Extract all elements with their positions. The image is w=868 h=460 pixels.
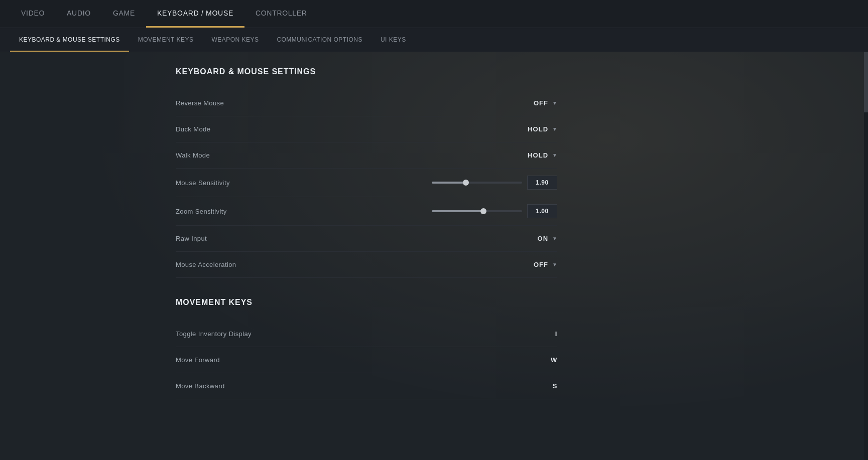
- duck-mode-value: HOLD: [528, 125, 548, 133]
- move-backward-row: Move Backward S: [176, 373, 557, 399]
- walk-mode-row: Walk Mode HOLD ▼: [176, 142, 557, 169]
- mouse-acceleration-chevron-icon: ▼: [552, 262, 557, 267]
- mouse-sensitivity-input[interactable]: [527, 176, 557, 190]
- toggle-inventory-row: Toggle Inventory Display I: [176, 321, 557, 347]
- walk-mode-value: HOLD: [528, 151, 548, 159]
- zoom-sensitivity-control: [432, 204, 557, 218]
- walk-mode-chevron-icon: ▼: [552, 152, 557, 158]
- duck-mode-row: Duck Mode HOLD ▼: [176, 116, 557, 142]
- zoom-sensitivity-label: Zoom Sensitivity: [176, 208, 227, 215]
- toggle-inventory-key-value: I: [542, 330, 557, 338]
- mouse-acceleration-value: OFF: [534, 261, 548, 268]
- reverse-mouse-dropdown[interactable]: OFF ▼: [534, 99, 557, 107]
- raw-input-chevron-icon: ▼: [552, 236, 557, 241]
- mouse-sensitivity-row: Mouse Sensitivity: [176, 169, 557, 197]
- move-forward-row: Move Forward W: [176, 347, 557, 373]
- move-forward-label: Move Forward: [176, 356, 220, 364]
- subnav-movement-keys[interactable]: Movement Keys: [129, 28, 203, 52]
- top-navigation: Video Audio Game Keyboard / Mouse Contro…: [0, 0, 868, 28]
- subnav-weapon-keys[interactable]: Weapon Keys: [202, 28, 268, 52]
- mouse-sensitivity-control: [432, 176, 557, 190]
- mouse-acceleration-label: Mouse Acceleration: [176, 261, 236, 268]
- reverse-mouse-label: Reverse Mouse: [176, 99, 224, 107]
- duck-mode-dropdown[interactable]: HOLD ▼: [528, 125, 557, 133]
- mouse-acceleration-row: Mouse Acceleration OFF ▼: [176, 252, 557, 278]
- reverse-mouse-row: Reverse Mouse OFF ▼: [176, 90, 557, 116]
- zoom-sensitivity-row: Zoom Sensitivity: [176, 197, 557, 226]
- sub-navigation: Keyboard & Mouse Settings Movement Keys …: [0, 28, 868, 52]
- move-backward-key-value: S: [542, 382, 557, 390]
- tab-game[interactable]: Game: [102, 0, 146, 28]
- zoom-sensitivity-slider-fill: [432, 210, 483, 212]
- subnav-communication-options[interactable]: Communication Options: [268, 28, 371, 52]
- mouse-acceleration-dropdown[interactable]: OFF ▼: [534, 261, 557, 268]
- duck-mode-label: Duck Mode: [176, 125, 210, 133]
- raw-input-value: ON: [538, 235, 549, 242]
- content-panel: Keyboard & Mouse Settings Reverse Mouse …: [176, 67, 557, 399]
- movement-keys-header: Movement Keys: [176, 298, 557, 311]
- movement-keys-group: Movement Keys Toggle Inventory Display I…: [176, 298, 557, 399]
- tab-controller[interactable]: Controller: [244, 0, 318, 28]
- scrollbar-thumb[interactable]: [864, 52, 868, 112]
- move-forward-key-value: W: [542, 356, 557, 364]
- move-backward-control[interactable]: S: [542, 382, 557, 390]
- keyboard-mouse-settings-header: Keyboard & Mouse Settings: [176, 67, 557, 80]
- main-content: Keyboard & Mouse Settings Reverse Mouse …: [0, 52, 868, 460]
- move-forward-control[interactable]: W: [542, 356, 557, 364]
- tab-video[interactable]: Video: [10, 0, 56, 28]
- move-backward-label: Move Backward: [176, 382, 225, 390]
- mouse-sensitivity-slider-thumb[interactable]: [463, 180, 469, 186]
- mouse-sensitivity-slider-fill: [432, 182, 466, 184]
- raw-input-label: Raw Input: [176, 235, 207, 242]
- mouse-sensitivity-label: Mouse Sensitivity: [176, 179, 230, 187]
- zoom-sensitivity-slider-track[interactable]: [432, 210, 522, 212]
- raw-input-dropdown[interactable]: ON ▼: [538, 235, 558, 242]
- toggle-inventory-control[interactable]: I: [542, 330, 557, 338]
- duck-mode-chevron-icon: ▼: [552, 126, 557, 132]
- zoom-sensitivity-slider-thumb[interactable]: [480, 208, 486, 214]
- zoom-sensitivity-input[interactable]: [527, 204, 557, 218]
- subnav-keyboard-mouse-settings[interactable]: Keyboard & Mouse Settings: [10, 28, 129, 52]
- toggle-inventory-label: Toggle Inventory Display: [176, 330, 252, 338]
- walk-mode-dropdown[interactable]: HOLD ▼: [528, 151, 557, 159]
- tab-audio[interactable]: Audio: [56, 0, 102, 28]
- scrollbar-track[interactable]: [864, 52, 868, 460]
- mouse-sensitivity-slider-track[interactable]: [432, 182, 522, 184]
- subnav-ui-keys[interactable]: UI Keys: [371, 28, 415, 52]
- reverse-mouse-chevron-icon: ▼: [552, 100, 557, 106]
- walk-mode-label: Walk Mode: [176, 151, 210, 159]
- keyboard-mouse-settings-group: Keyboard & Mouse Settings Reverse Mouse …: [176, 67, 557, 278]
- tab-keyboard-mouse[interactable]: Keyboard / Mouse: [146, 0, 244, 28]
- raw-input-row: Raw Input ON ▼: [176, 226, 557, 252]
- reverse-mouse-value: OFF: [534, 99, 548, 107]
